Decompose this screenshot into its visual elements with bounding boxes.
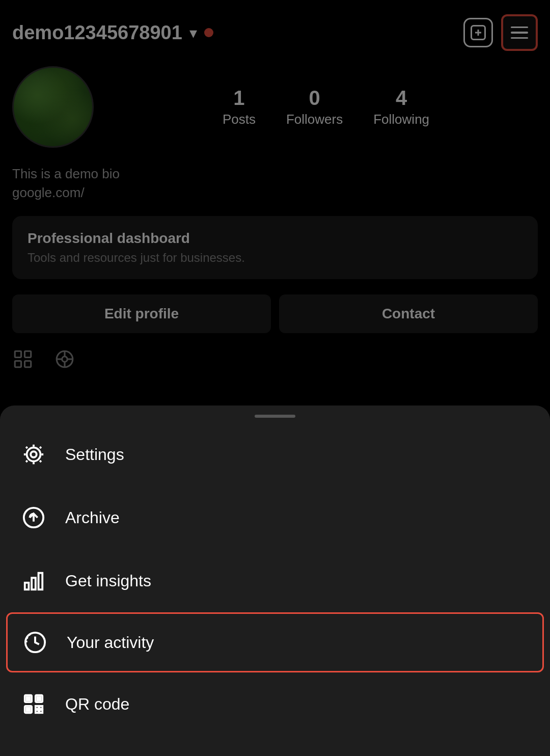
menu-item-archive[interactable]: Archive	[0, 486, 550, 549]
menu-item-qrcode[interactable]: QR code	[0, 672, 550, 736]
svg-rect-27	[36, 706, 39, 709]
svg-rect-16	[25, 583, 29, 589]
svg-point-13	[31, 451, 37, 457]
svg-rect-18	[39, 573, 43, 590]
sheet-handle	[255, 415, 295, 418]
archive-label: Archive	[65, 508, 120, 527]
activity-label: Your activity	[67, 633, 154, 652]
svg-rect-24	[38, 697, 41, 700]
svg-point-14	[27, 448, 41, 462]
svg-rect-30	[40, 710, 43, 713]
archive-icon	[20, 504, 47, 531]
svg-rect-17	[32, 578, 36, 589]
insights-label: Get insights	[65, 572, 151, 590]
settings-icon	[20, 441, 47, 468]
settings-label: Settings	[65, 445, 124, 464]
menu-item-insights[interactable]: Get insights	[0, 549, 550, 612]
menu-item-activity[interactable]: Your activity	[6, 612, 544, 672]
svg-rect-29	[36, 710, 39, 713]
svg-rect-25	[27, 708, 30, 711]
svg-rect-23	[27, 697, 30, 700]
qrcode-icon	[20, 691, 47, 717]
menu-item-settings[interactable]: Settings	[0, 423, 550, 486]
bottom-sheet: Settings Archive Get insights	[0, 406, 550, 756]
svg-rect-28	[40, 706, 43, 709]
qrcode-label: QR code	[65, 695, 129, 714]
activity-icon	[22, 629, 48, 656]
insights-icon	[20, 568, 47, 594]
